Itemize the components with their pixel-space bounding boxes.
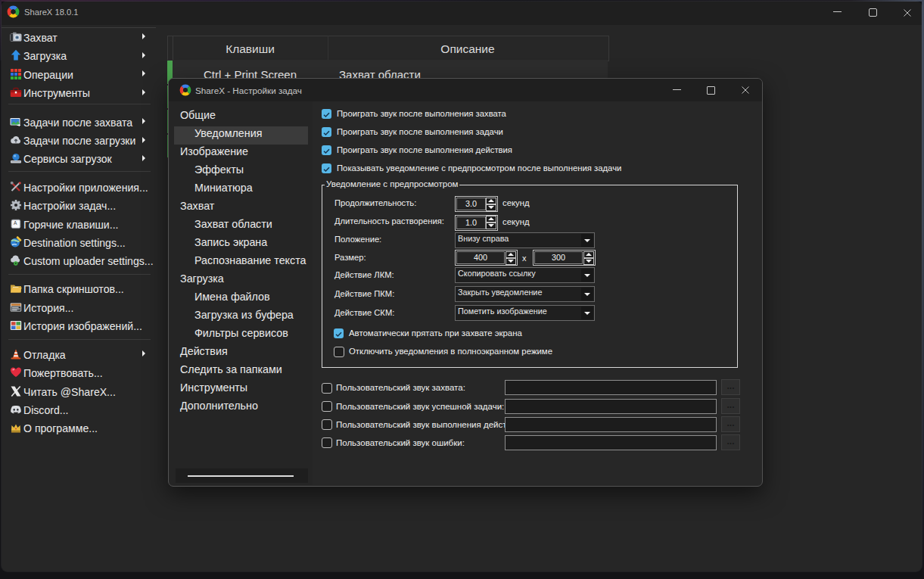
svg-text:A: A xyxy=(14,220,17,226)
